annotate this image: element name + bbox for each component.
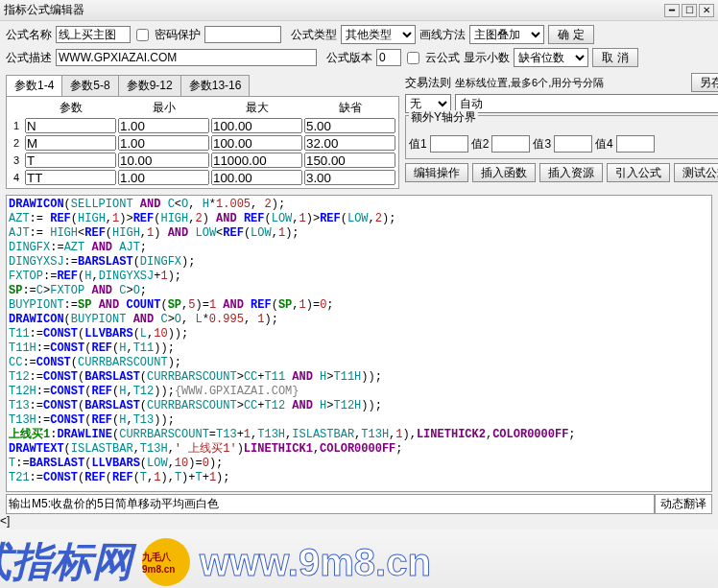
draw-select[interactable]: 主图叠加 xyxy=(469,25,544,44)
desc-input[interactable] xyxy=(56,49,317,66)
minimize-button[interactable]: ━ xyxy=(664,4,680,17)
banner-url: www.9m8.cn xyxy=(200,541,431,584)
y-value3-input[interactable] xyxy=(554,135,592,153)
param-grid: 参数 最小 最大 缺省 1 2 xyxy=(6,96,399,189)
param-tabs: 参数1-4 参数5-8 参数9-12 参数13-16 xyxy=(6,75,399,96)
extra-y-box: 额外Y轴分界 值1 值2 值3 值4 xyxy=(405,115,718,159)
import-button[interactable]: 引入公式 xyxy=(607,163,670,182)
insert-fn-button[interactable]: 插入函数 xyxy=(472,163,536,182)
y-value4-input[interactable] xyxy=(616,135,655,153)
status-message: 输出M5:收盘价的5日简单移动平均画白色 xyxy=(6,494,655,514)
param-name-input[interactable] xyxy=(25,153,116,168)
banner-text: 式指标网 xyxy=(0,535,132,588)
form-area: 公式名称 密码保护 公式类型 其他类型 画线方法 主图叠加 确 定 公式描述 公… xyxy=(0,21,718,193)
param-name-input[interactable] xyxy=(25,118,116,133)
param-row: 3 xyxy=(9,152,396,169)
col-max: 最大 xyxy=(210,99,303,117)
extra-y-label: 额外Y轴分界 xyxy=(409,110,478,124)
code-editor[interactable]: DRAWICON(SELLPIONT AND C<O, H*1.005, 2);… xyxy=(6,195,712,492)
password-checkbox[interactable] xyxy=(136,29,149,41)
param-row: 4 xyxy=(9,169,396,186)
y-value2-input[interactable] xyxy=(491,135,530,153)
col-min: 最小 xyxy=(117,99,210,117)
tab-params-9-12[interactable]: 参数9-12 xyxy=(118,75,181,96)
save-as-button[interactable]: 另存为 xyxy=(691,73,718,92)
password-label: 密码保护 xyxy=(155,27,201,43)
footer-banner: 式指标网 九毛八 9m8.cn www.9m8.cn xyxy=(0,529,718,588)
ok-button[interactable]: 确 定 xyxy=(548,25,594,44)
edit-ops-button[interactable]: 编辑操作 xyxy=(405,163,468,182)
dec-label: 显示小数 xyxy=(464,50,510,66)
cloud-label: 云公式 xyxy=(425,50,460,66)
param-name-input[interactable] xyxy=(25,170,116,185)
param-max-input[interactable] xyxy=(211,153,302,168)
param-max-input[interactable] xyxy=(211,118,302,133)
param-row: 1 xyxy=(9,117,396,134)
param-min-input[interactable] xyxy=(118,153,209,168)
param-row: 2 xyxy=(9,134,396,152)
status-bar: 输出M5:收盘价的5日简单移动平均画白色 动态翻译 xyxy=(6,494,712,514)
rules-hint: 坐标线位置,最多6个,用分号分隔 xyxy=(455,76,604,90)
close-button[interactable]: ✕ xyxy=(699,4,714,17)
ver-label: 公式版本 xyxy=(326,50,372,66)
rules-select2[interactable]: 自动 xyxy=(455,94,718,113)
title-bar: 指标公式编辑器 ━ ☐ ✕ xyxy=(0,0,718,21)
desc-label: 公式描述 xyxy=(6,50,52,66)
param-max-input[interactable] xyxy=(211,135,302,151)
name-input[interactable] xyxy=(56,26,131,43)
param-max-input[interactable] xyxy=(211,170,302,185)
param-def-input[interactable] xyxy=(304,135,395,151)
cancel-button[interactable]: 取 消 xyxy=(592,48,638,67)
test-button[interactable]: 测试公式 xyxy=(674,163,718,182)
param-min-input[interactable] xyxy=(118,135,209,151)
ver-input[interactable] xyxy=(376,49,401,66)
status-right: 动态翻译 xyxy=(655,494,712,514)
tab-params-5-8[interactable]: 参数5-8 xyxy=(61,75,118,96)
name-label: 公式名称 xyxy=(6,27,52,43)
param-min-input[interactable] xyxy=(118,170,209,185)
type-select[interactable]: 其他类型 xyxy=(341,25,416,44)
param-def-input[interactable] xyxy=(304,153,395,168)
password-input[interactable] xyxy=(204,26,281,43)
param-def-input[interactable] xyxy=(304,118,395,133)
param-def-input[interactable] xyxy=(304,170,395,185)
y-value1-input[interactable] xyxy=(430,135,468,153)
param-min-input[interactable] xyxy=(118,118,209,133)
cloud-checkbox[interactable] xyxy=(407,52,419,64)
param-name-input[interactable] xyxy=(25,135,116,151)
insert-res-button[interactable]: 插入资源 xyxy=(539,163,603,182)
tab-params-1-4[interactable]: 参数1-4 xyxy=(6,75,62,96)
banner-logo-icon: 九毛八 9m8.cn xyxy=(142,538,190,586)
window-title: 指标公式编辑器 xyxy=(4,2,664,18)
dec-select[interactable]: 缺省位数 xyxy=(514,48,588,67)
col-def: 缺省 xyxy=(303,99,396,117)
col-name: 参数 xyxy=(24,99,117,117)
maximize-button[interactable]: ☐ xyxy=(682,4,697,17)
draw-label: 画线方法 xyxy=(419,27,466,43)
rules-label: 交易法则 xyxy=(405,75,451,91)
type-label: 公式类型 xyxy=(291,27,337,43)
tab-params-13-16[interactable]: 参数13-16 xyxy=(180,75,251,96)
